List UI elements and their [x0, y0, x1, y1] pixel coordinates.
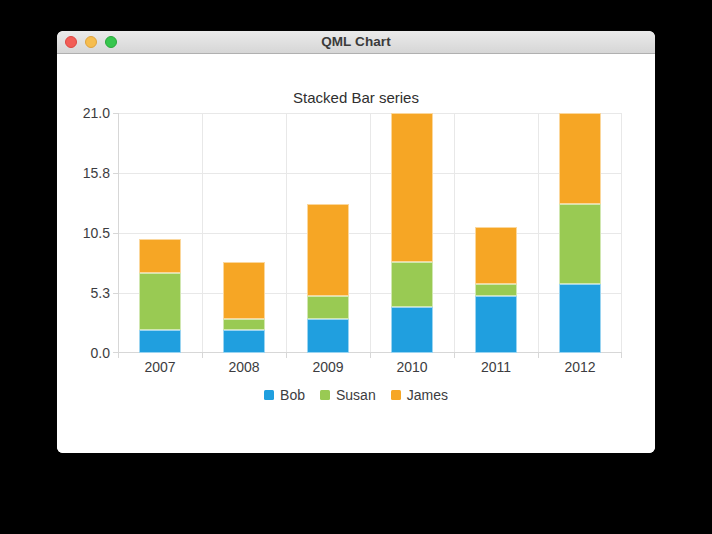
bar-segment-susan-2011: [475, 284, 517, 295]
bar-segment-susan-2009: [307, 296, 349, 319]
x-tick-label: 2007: [118, 359, 202, 375]
legend-label: Susan: [336, 388, 376, 402]
window-titlebar[interactable]: QML Chart: [57, 31, 655, 54]
bar-segment-bob-2010: [391, 307, 433, 353]
x-tick-label: 2008: [202, 359, 286, 375]
bar-segment-james-2011: [475, 227, 517, 284]
x-axis-tick: [286, 353, 287, 358]
x-tick-label: 2009: [286, 359, 370, 375]
chart-title: Stacked Bar series: [57, 90, 655, 106]
bar-segment-bob-2008: [223, 330, 265, 353]
x-tick-label: 2012: [538, 359, 622, 375]
bar-segment-bob-2009: [307, 319, 349, 353]
legend-swatch-icon: [320, 390, 330, 400]
legend-label: James: [407, 388, 448, 402]
bar-segment-james-2009: [307, 204, 349, 295]
x-axis-tick: [118, 353, 119, 358]
gridline-v: [202, 113, 203, 353]
legend-item-bob: Bob: [264, 388, 305, 402]
app-window: QML Chart Stacked Bar series 0.05.310.51…: [57, 31, 655, 453]
gridline-v: [538, 113, 539, 353]
y-tick-label: 15.8: [60, 165, 110, 181]
gridline-v: [621, 113, 622, 353]
bar-segment-susan-2012: [559, 204, 601, 284]
y-tick-label: 5.3: [60, 285, 110, 301]
x-tick-label: 2011: [454, 359, 538, 375]
x-axis-tick: [621, 353, 622, 358]
plot-area: 0.05.310.515.821.02007200820092010201120…: [118, 113, 622, 353]
legend-swatch-icon: [391, 390, 401, 400]
chart-legend: BobSusanJames: [57, 388, 655, 402]
bar-segment-james-2007: [139, 239, 181, 273]
bar-segment-susan-2010: [391, 262, 433, 308]
gridline-v: [370, 113, 371, 353]
bar-segment-bob-2012: [559, 284, 601, 353]
y-axis-line: [118, 113, 119, 353]
bar-segment-susan-2007: [139, 273, 181, 330]
bar-segment-james-2012: [559, 113, 601, 204]
gridline-v: [454, 113, 455, 353]
bar-segment-susan-2008: [223, 319, 265, 330]
bar-segment-bob-2011: [475, 296, 517, 353]
legend-swatch-icon: [264, 390, 274, 400]
gridline-v: [286, 113, 287, 353]
bar-segment-james-2010: [391, 113, 433, 262]
legend-item-susan: Susan: [320, 388, 376, 402]
x-axis-tick: [202, 353, 203, 358]
x-tick-label: 2010: [370, 359, 454, 375]
x-axis-tick: [538, 353, 539, 358]
x-axis-tick: [370, 353, 371, 358]
bar-segment-bob-2007: [139, 330, 181, 353]
y-tick-label: 10.5: [60, 225, 110, 241]
y-tick-label: 0.0: [60, 345, 110, 361]
chart-area: Stacked Bar series 0.05.310.515.821.0200…: [57, 54, 655, 453]
legend-label: Bob: [280, 388, 305, 402]
window-title: QML Chart: [57, 31, 655, 53]
x-axis-tick: [454, 353, 455, 358]
x-axis-line: [118, 352, 622, 353]
bar-segment-james-2008: [223, 262, 265, 319]
y-tick-label: 21.0: [60, 105, 110, 121]
legend-item-james: James: [391, 388, 448, 402]
